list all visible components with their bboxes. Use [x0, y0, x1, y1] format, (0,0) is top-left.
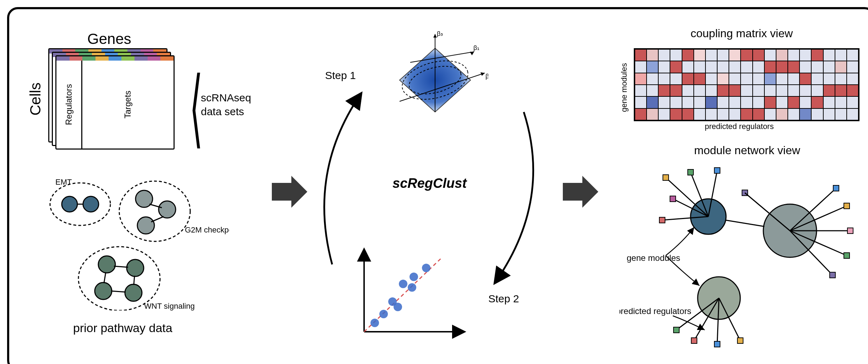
color-bar: [56, 56, 174, 61]
svg-point-6: [159, 201, 176, 218]
targets-label: Targets: [123, 91, 133, 119]
svg-point-41: [422, 264, 430, 272]
svg-rect-53: [714, 168, 720, 173]
beta2-label: β₂: [485, 73, 488, 80]
svg-rect-65: [844, 203, 850, 209]
svg-point-1: [62, 196, 77, 212]
svg-line-15: [114, 266, 128, 267]
svg-point-11: [98, 256, 115, 273]
diagram-container: Genes Cells Regulators Targets ⟨ scRNAse…: [7, 7, 868, 364]
gene-modules-anno: gene modules: [627, 253, 680, 263]
svg-rect-64: [833, 185, 839, 191]
cells-label: Cells: [27, 83, 44, 116]
regulators-column: Regulators: [56, 56, 82, 149]
svg-point-40: [408, 283, 416, 292]
svg-rect-74: [691, 338, 697, 343]
network-title: module network view: [694, 144, 800, 157]
svg-point-12: [127, 259, 144, 276]
right-panel: coupling matrix view gene modules predic…: [591, 23, 864, 357]
matrix-card-front: Regulators Targets: [55, 55, 175, 150]
svg-line-18: [111, 291, 126, 292]
left-panel: Genes Cells Regulators Targets ⟨ scRNAse…: [23, 23, 272, 357]
svg-rect-76: [737, 338, 743, 343]
svg-line-9: [151, 217, 164, 222]
pathway-svg: EMT G2M checkpoint WNT signal: [45, 176, 229, 310]
predicted-regulators-x-label: predicted regulators: [705, 122, 774, 131]
genes-label: Genes: [87, 30, 131, 47]
svg-point-13: [95, 282, 112, 299]
svg-point-10: [78, 247, 160, 310]
svg-rect-66: [847, 228, 853, 234]
targets-column: Targets: [82, 56, 174, 149]
mid-panel: Step 1 Step 2 scRegClust: [300, 23, 556, 357]
svg-rect-55: [659, 217, 665, 223]
svg-rect-73: [674, 327, 679, 333]
svg-rect-52: [688, 169, 693, 175]
svg-point-37: [394, 303, 402, 311]
regulators-label: Regulators: [64, 84, 74, 125]
coupling-heatmap: [634, 48, 859, 121]
svg-line-17: [134, 276, 134, 285]
svg-point-7: [137, 217, 154, 234]
coupling-title: coupling matrix view: [691, 27, 793, 40]
svg-marker-29: [470, 52, 474, 55]
gene-modules-y-label: gene modules: [620, 63, 629, 112]
beta1-label: β₁: [473, 44, 479, 51]
svg-marker-27: [433, 34, 437, 38]
svg-rect-54: [670, 196, 676, 202]
svg-point-39: [410, 273, 418, 281]
svg-point-4: [119, 181, 190, 241]
svg-rect-75: [714, 341, 720, 347]
svg-line-16: [104, 272, 106, 283]
svg-line-56: [725, 220, 764, 226]
g2m-text: G2M checkpoint: [185, 225, 229, 234]
svg-point-38: [399, 280, 407, 288]
svg-point-35: [379, 310, 388, 318]
svg-point-34: [370, 319, 379, 327]
svg-rect-67: [844, 253, 850, 258]
pathway-caption: prior pathway data: [73, 321, 172, 335]
beta3-label: β₃: [437, 30, 443, 37]
step2-viz: [350, 243, 471, 342]
svg-rect-51: [663, 175, 669, 180]
scrnaseq-label: scRNAseq data sets: [201, 91, 251, 118]
wnt-text: WNT signaling: [144, 302, 195, 310]
svg-point-2: [83, 196, 99, 212]
step1-viz: β₃ β₁ β₂: [382, 30, 488, 130]
svg-point-14: [125, 284, 142, 301]
pred-reg-anno: predicted regulators: [620, 306, 691, 316]
svg-rect-68: [830, 272, 835, 278]
emt-text: EMT: [55, 178, 72, 186]
data-matrix-stack: Regulators Targets: [55, 55, 180, 162]
pathway-area: EMT G2M checkpoint WNT signal: [45, 176, 229, 310]
network-viz: gene modules predicted regulators: [620, 163, 857, 351]
